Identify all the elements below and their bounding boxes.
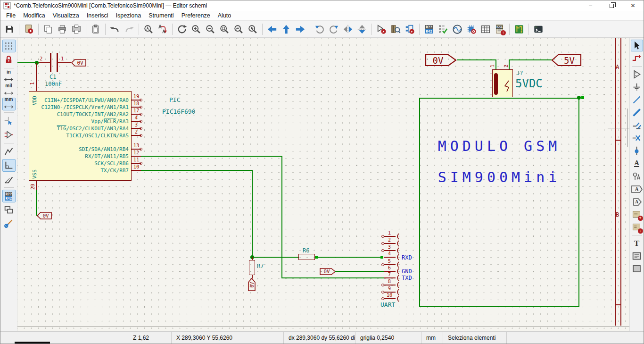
rotate-cw-button[interactable] bbox=[327, 23, 340, 36]
place-rectangle-button[interactable] bbox=[631, 263, 643, 275]
undo-button[interactable] bbox=[108, 23, 122, 36]
place-global-label-button[interactable]: A bbox=[631, 183, 643, 195]
annotate-button[interactable]: R??R42 bbox=[422, 23, 436, 36]
annotate-automatically-button[interactable]: R??R42 bbox=[2, 190, 16, 202]
pic-reference[interactable]: PIC bbox=[169, 96, 180, 103]
wire-rb5[interactable] bbox=[281, 156, 282, 278]
r6-body[interactable] bbox=[298, 254, 315, 260]
wire[interactable] bbox=[335, 271, 384, 272]
select-tool-button[interactable] bbox=[631, 40, 643, 51]
wire-rb7[interactable] bbox=[141, 170, 253, 171]
units-inches-button[interactable]: in bbox=[2, 70, 16, 83]
find-button[interactable] bbox=[142, 23, 155, 36]
free-angle-wires-button[interactable] bbox=[2, 145, 16, 158]
place-netclass-directive-button[interactable] bbox=[631, 170, 643, 182]
nav-up-button[interactable] bbox=[280, 23, 293, 36]
schematic-canvas[interactable]: A B 2 1 C1 100nF 0V 1 VDD VSS PIC PIC16F… bbox=[17, 38, 629, 331]
zoom-selection-button[interactable] bbox=[246, 23, 259, 36]
no-connect-button[interactable] bbox=[631, 132, 643, 144]
save-button[interactable] bbox=[3, 23, 16, 36]
place-net-label-button[interactable]: A bbox=[631, 158, 643, 169]
plot-button[interactable] bbox=[70, 23, 83, 36]
zoom-fit-objects-button[interactable] bbox=[232, 23, 245, 36]
j-reference[interactable]: J? bbox=[516, 70, 523, 76]
find-replace-button[interactable] bbox=[156, 23, 169, 36]
print-button[interactable] bbox=[56, 23, 69, 36]
r7-reference[interactable]: R7 bbox=[257, 263, 264, 269]
menu-file[interactable]: File bbox=[2, 11, 19, 20]
place-junction-button[interactable] bbox=[631, 145, 643, 157]
import-sheet-pin-button[interactable]: ↓ bbox=[631, 221, 643, 233]
gsm-module-title-line1[interactable]: MODULO GSM bbox=[419, 138, 579, 154]
edit-symbols-button[interactable] bbox=[375, 23, 388, 36]
page-settings-button[interactable] bbox=[22, 23, 35, 36]
power-label-0v[interactable]: 0V bbox=[37, 212, 52, 219]
mirror-horizontal-button[interactable] bbox=[341, 23, 355, 36]
net-label-txd[interactable]: TXD bbox=[402, 275, 412, 281]
menu-aiuto[interactable]: Aiuto bbox=[214, 11, 235, 20]
wire-rb7[interactable] bbox=[252, 170, 253, 257]
wire-to-bus-entry-button[interactable] bbox=[631, 119, 643, 131]
menu-modifica[interactable]: Modifica bbox=[19, 11, 49, 20]
print-preview-button[interactable] bbox=[41, 23, 55, 36]
browse-libraries-button[interactable] bbox=[389, 23, 402, 36]
c1-value[interactable]: 100nF bbox=[45, 81, 62, 87]
j-connector-body[interactable] bbox=[492, 69, 513, 97]
units-mils-button[interactable]: mil bbox=[2, 84, 16, 97]
simulator-button[interactable] bbox=[451, 23, 464, 36]
cursor-shape-button[interactable] bbox=[2, 115, 16, 127]
menu-strumenti[interactable]: Strumenti bbox=[145, 11, 178, 20]
c1-reference[interactable]: C1 bbox=[50, 74, 56, 80]
redo-button[interactable] bbox=[123, 23, 136, 36]
net-label-rxd[interactable]: RXD bbox=[402, 254, 412, 261]
open-pcb-editor-button[interactable] bbox=[512, 23, 526, 36]
place-power-port-button[interactable] bbox=[631, 81, 643, 93]
rotate-ccw-button[interactable] bbox=[313, 23, 326, 36]
toggle-grid-button[interactable] bbox=[2, 40, 16, 52]
wire[interactable] bbox=[457, 59, 496, 60]
close-button[interactable]: ✕ bbox=[622, 0, 644, 11]
zoom-in-button[interactable] bbox=[190, 23, 203, 36]
power-label-0v[interactable]: 0V bbox=[320, 268, 336, 275]
wire-rb5[interactable] bbox=[141, 156, 282, 157]
gsm-module-outline[interactable] bbox=[419, 98, 579, 307]
r7-body[interactable] bbox=[249, 260, 255, 275]
menu-visualizza[interactable]: Visualizza bbox=[49, 11, 83, 20]
power-label-5v[interactable]: 5V bbox=[551, 54, 582, 67]
menu-inserisci[interactable]: Inserisci bbox=[83, 11, 112, 20]
show-hidden-pins-button[interactable] bbox=[2, 128, 16, 141]
net-label-gnd[interactable]: GND bbox=[402, 268, 412, 275]
nav-back-button[interactable] bbox=[265, 23, 279, 36]
place-bus-button[interactable] bbox=[631, 107, 643, 118]
mirror-vertical-button[interactable] bbox=[355, 23, 369, 36]
refresh-view-button[interactable] bbox=[175, 23, 189, 36]
power-label-0v[interactable]: 0V bbox=[71, 59, 86, 67]
place-hierarchical-label-button[interactable]: A bbox=[631, 196, 643, 208]
place-text-button[interactable]: T bbox=[631, 237, 643, 249]
wire[interactable] bbox=[252, 257, 298, 258]
nav-forward-button[interactable] bbox=[294, 23, 307, 36]
wire[interactable] bbox=[509, 59, 552, 60]
assign-footprints-button[interactable] bbox=[465, 23, 478, 36]
units-mm-button[interactable]: mm bbox=[2, 98, 16, 110]
wire[interactable] bbox=[495, 59, 496, 69]
symbol-fields-table-button[interactable] bbox=[479, 23, 492, 36]
highlight-net-button[interactable] bbox=[631, 52, 643, 64]
bom-button[interactable]: bom↑ bbox=[493, 23, 506, 36]
r6-reference[interactable]: R6 bbox=[303, 247, 309, 254]
place-wire-button[interactable] bbox=[631, 94, 643, 106]
gsm-module-title-line2[interactable]: SIM900Mini bbox=[419, 169, 579, 185]
menu-preferenze[interactable]: Preferenze bbox=[178, 11, 214, 20]
wire[interactable] bbox=[509, 59, 510, 69]
zoom-out-button[interactable] bbox=[204, 23, 217, 36]
minimize-button[interactable]: – bbox=[580, 0, 601, 11]
wire[interactable] bbox=[315, 257, 382, 258]
place-symbol-button[interactable] bbox=[631, 68, 643, 80]
restore-button[interactable] bbox=[601, 0, 622, 11]
menu-ispeziona[interactable]: Ispeziona bbox=[112, 11, 145, 20]
power-label-0v[interactable]: 0V bbox=[248, 278, 256, 291]
erc-button[interactable] bbox=[437, 23, 450, 36]
power-label-0v-main[interactable]: 0V bbox=[425, 54, 457, 67]
toggle-grid-override-button[interactable] bbox=[2, 53, 16, 66]
wire-txd[interactable] bbox=[281, 277, 384, 278]
